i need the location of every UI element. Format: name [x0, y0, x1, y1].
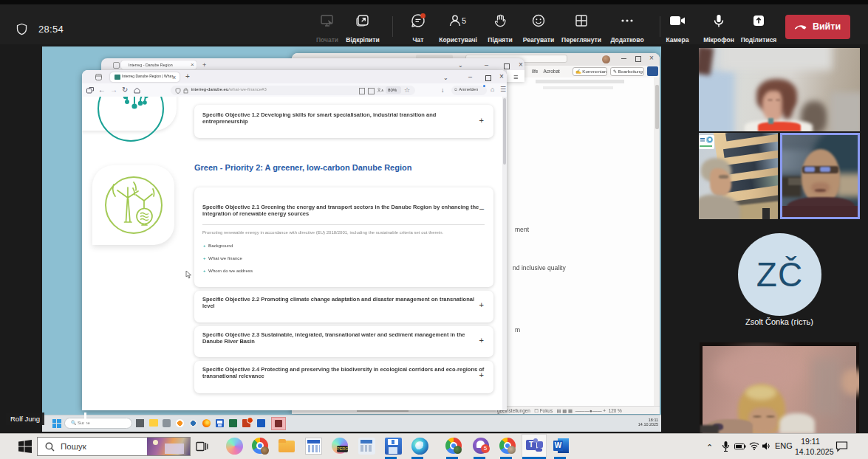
svg-text:5: 5 [462, 16, 466, 25]
